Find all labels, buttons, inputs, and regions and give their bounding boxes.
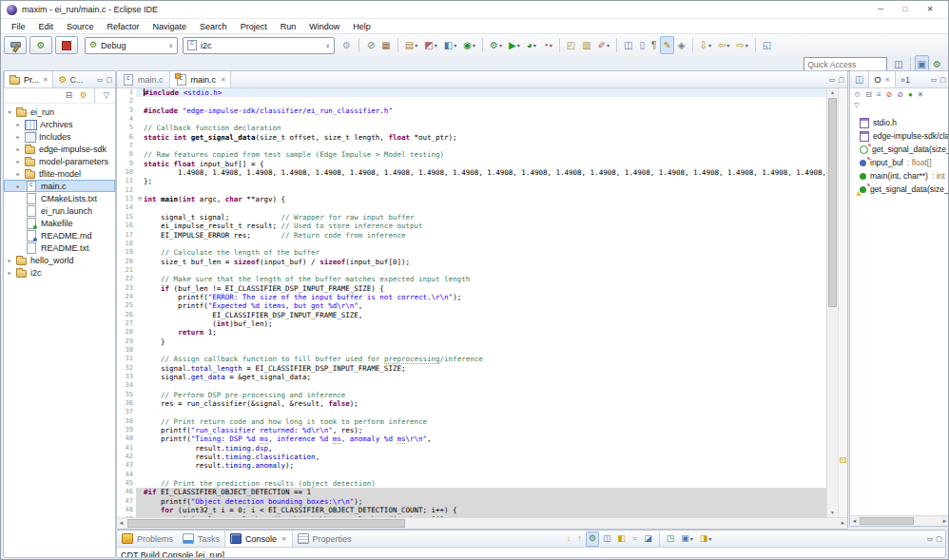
- line-number[interactable]: 2: [117, 97, 136, 106]
- filters-button[interactable]: ✳: [916, 88, 926, 102]
- line-number[interactable]: 19: [117, 248, 136, 257]
- show-console-on-stderr-button[interactable]: ↑: [574, 531, 585, 547]
- line-number[interactable]: 23: [117, 284, 136, 293]
- scroll-left-arrow-icon[interactable]: ◄: [117, 518, 126, 529]
- tree-item-readme-txt[interactable]: README.txt: [4, 241, 115, 254]
- line-number[interactable]: 5: [117, 124, 136, 132]
- minimize-view-button[interactable]: ▭: [927, 535, 934, 542]
- scroll-down-arrow-icon[interactable]: ▼: [827, 509, 838, 517]
- outline-item-get-signal-data-size-t-si[interactable]: sget_signal_data(size_t, si: [850, 143, 949, 156]
- tree-item-main-c[interactable]: ▸main.c: [4, 180, 115, 192]
- tab-project-explorer[interactable]: Pr...✕: [4, 71, 53, 87]
- next-annotation-button[interactable]: ◈: [675, 36, 688, 54]
- scroll-right-arrow-icon[interactable]: ►: [940, 516, 949, 526]
- line-number[interactable]: 24: [117, 293, 136, 301]
- horizontal-scroll-thumb[interactable]: [860, 517, 914, 525]
- line-number[interactable]: 1: [117, 88, 136, 97]
- mark-occurrences-button[interactable]: ✎: [660, 36, 673, 54]
- open-console-page-button[interactable]: ◧: [615, 531, 629, 547]
- line-number[interactable]: 22: [117, 275, 136, 283]
- editor-horizontal-scrollbar[interactable]: ◄ ►: [117, 517, 847, 529]
- line-number[interactable]: 42: [117, 453, 136, 461]
- expand-arrow-icon[interactable]: ▸: [14, 145, 22, 152]
- line-number[interactable]: 11: [117, 177, 136, 185]
- line-number[interactable]: 16: [117, 222, 136, 230]
- minimize-view-button[interactable]: ▭: [829, 76, 836, 83]
- tree-item-readme-md[interactable]: README.md: [4, 229, 115, 241]
- collapse-all-button[interactable]: ⊟: [863, 88, 874, 102]
- close-icon[interactable]: ✕: [884, 76, 889, 84]
- tree-item-ei-run[interactable]: ▾ei_run: [4, 106, 115, 118]
- close-button[interactable]: ✕: [918, 1, 942, 18]
- close-icon[interactable]: ✕: [221, 76, 225, 84]
- tree-item-makefile[interactable]: Makefile: [4, 217, 115, 229]
- collapse-all-button[interactable]: ⊟: [63, 88, 75, 103]
- line-number[interactable]: 33: [117, 373, 136, 381]
- tab-view-overflow[interactable]: »1: [896, 71, 915, 87]
- line-number[interactable]: 28: [117, 328, 136, 337]
- tree-item-cmakelists-txt[interactable]: CMakeLists.txt: [4, 192, 115, 204]
- menu-window[interactable]: Window: [302, 22, 346, 31]
- menu-help[interactable]: Help: [346, 22, 378, 31]
- line-number[interactable]: 39: [117, 426, 136, 434]
- debug-configuration-combo[interactable]: ⚙ Debug ∨: [85, 37, 178, 54]
- launch-settings-button[interactable]: ⚙: [339, 36, 354, 54]
- line-number[interactable]: 32: [117, 364, 136, 373]
- line-number[interactable]: 38: [117, 417, 136, 426]
- menu-search[interactable]: Search: [193, 22, 234, 31]
- line-number[interactable]: 13: [117, 195, 136, 203]
- menu-edit[interactable]: Edit: [32, 22, 61, 31]
- view-menu-button[interactable]: ▽: [100, 88, 112, 103]
- maximize-button[interactable]: □: [893, 1, 918, 18]
- debug-launch-button[interactable]: ⚙: [29, 36, 52, 54]
- line-number[interactable]: 21: [117, 266, 136, 275]
- tree-item-model-parameters[interactable]: ▸model-parameters: [4, 155, 115, 167]
- forward-button[interactable]: ⇨▾: [733, 36, 750, 54]
- line-number[interactable]: 48: [117, 506, 136, 514]
- tree-item-ei-run-launch[interactable]: ei_run.launch: [4, 204, 115, 217]
- expand-arrow-icon[interactable]: ▸: [14, 158, 22, 164]
- show-whitespace-button[interactable]: ¶: [649, 36, 659, 54]
- line-number[interactable]: 41: [117, 444, 136, 453]
- expand-arrow-icon[interactable]: ▸: [6, 269, 13, 276]
- new-c-project-button[interactable]: ▤▾: [402, 36, 420, 54]
- outline-horizontal-scrollbar[interactable]: ◄ ►: [850, 515, 949, 526]
- tab-tasks[interactable]: Tasks: [178, 531, 224, 547]
- hide-static-members-button[interactable]: ⊘: [895, 88, 905, 102]
- profile-button[interactable]: ◕▾: [524, 36, 539, 54]
- back-button[interactable]: ⇦▾: [715, 36, 732, 54]
- close-icon[interactable]: ✕: [43, 76, 48, 84]
- outline-item-main-int-char-[interactable]: main(int, char**) : int: [850, 169, 949, 183]
- line-number[interactable]: 25: [117, 301, 136, 310]
- line-number[interactable]: 40: [117, 434, 136, 443]
- line-number[interactable]: 4: [117, 115, 136, 124]
- last-edit-location-button[interactable]: ⇩▾: [697, 36, 714, 54]
- expand-arrow-icon[interactable]: ▸: [14, 121, 22, 127]
- pin-editor-button[interactable]: ◱: [760, 36, 774, 54]
- show-console-on-stdout-button[interactable]: ↓: [564, 531, 574, 547]
- line-number[interactable]: 10: [117, 168, 136, 177]
- line-number[interactable]: 35: [117, 391, 136, 399]
- maximize-view-button[interactable]: ▢: [106, 76, 112, 83]
- tree-item-tflite-model[interactable]: ▸tflite-model: [4, 167, 115, 180]
- close-icon[interactable]: ✕: [281, 535, 286, 543]
- line-number[interactable]: 31: [117, 355, 136, 363]
- vertical-scroll-thumb[interactable]: [828, 98, 837, 307]
- line-number[interactable]: 34: [117, 381, 136, 390]
- link-with-editor-button[interactable]: ⚙: [852, 88, 862, 102]
- minimize-view-button[interactable]: ▭: [97, 76, 104, 83]
- menu-navigate[interactable]: Navigate: [146, 22, 194, 31]
- line-number[interactable]: 15: [117, 213, 136, 222]
- maximize-view-button[interactable]: ▢: [939, 76, 946, 83]
- open-task-button[interactable]: ◰: [564, 36, 578, 54]
- line-number[interactable]: 43: [117, 461, 136, 470]
- sort-button[interactable]: ≡: [875, 88, 883, 102]
- external-tools-button[interactable]: ✐▾: [595, 36, 612, 54]
- line-number[interactable]: 44: [117, 471, 136, 479]
- expand-arrow-icon[interactable]: ▸: [14, 170, 22, 177]
- minimize-button[interactable]: ─: [868, 1, 893, 18]
- stop-button[interactable]: [55, 36, 78, 54]
- menu-refactor[interactable]: Refactor: [101, 22, 146, 31]
- line-number[interactable]: 26: [117, 311, 136, 319]
- line-number[interactable]: 8: [117, 150, 136, 159]
